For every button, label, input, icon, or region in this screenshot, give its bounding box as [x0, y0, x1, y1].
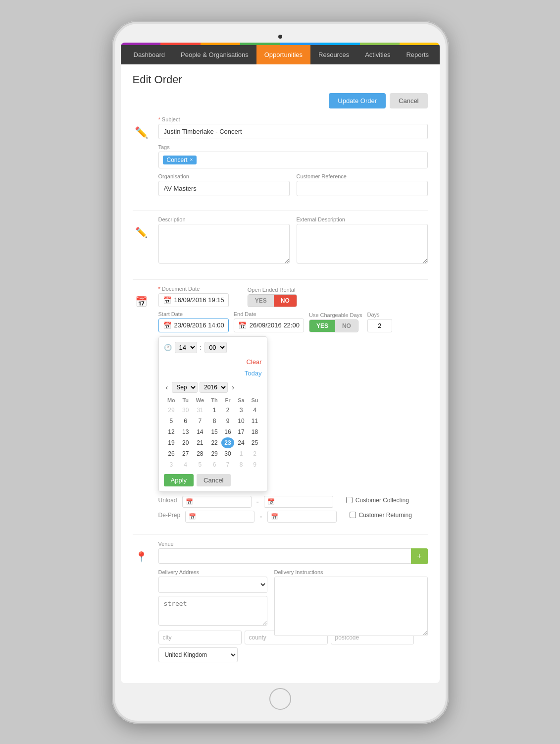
cal-min-select[interactable]: 00: [204, 342, 227, 353]
cal-day[interactable]: 30: [221, 448, 235, 459]
cal-day[interactable]: 27: [179, 448, 192, 459]
cal-day[interactable]: 7: [221, 459, 235, 470]
open-ended-yes[interactable]: YES: [248, 295, 274, 307]
cal-day[interactable]: 16: [221, 426, 235, 437]
unload-end-field[interactable]: 📅: [264, 496, 333, 508]
nav-opportunities[interactable]: Opportunities: [256, 45, 310, 64]
end-date-field[interactable]: 📅 26/09/2016 22:00: [234, 319, 304, 332]
cal-day[interactable]: 5: [192, 459, 207, 470]
cal-day[interactable]: 24: [234, 437, 248, 448]
cal-day[interactable]: 8: [208, 416, 221, 426]
cal-day[interactable]: 30: [179, 405, 192, 416]
chargeable-no[interactable]: NO: [335, 320, 358, 332]
nav-activities[interactable]: Activities: [357, 45, 398, 64]
cal-today-link[interactable]: Today: [245, 369, 262, 378]
customer-collecting-checkbox[interactable]: [346, 497, 353, 503]
cal-year-select[interactable]: 2016: [200, 382, 228, 393]
cal-day[interactable]: 17: [234, 426, 248, 437]
customer-ref-col: Customer Reference: [297, 173, 428, 196]
cal-day[interactable]: 2: [248, 448, 261, 459]
nav-dashboard[interactable]: Dashboard: [126, 45, 173, 64]
delivery-street-textarea[interactable]: [158, 596, 267, 626]
cal-day[interactable]: 1: [208, 405, 221, 416]
chargeable-yes[interactable]: YES: [309, 320, 335, 332]
cal-clear-link[interactable]: Clear: [246, 357, 261, 367]
customer-ref-input[interactable]: [297, 181, 428, 196]
cal-header-fr: Fr: [221, 396, 235, 405]
cal-day[interactable]: 1: [234, 448, 248, 459]
venue-content: Venue + Delivery Address: [158, 541, 428, 662]
calendar-section-icon: 📅: [133, 286, 151, 526]
cal-day[interactable]: 4: [248, 405, 261, 416]
cal-hour-select[interactable]: 14: [175, 342, 197, 353]
nav-resources[interactable]: Resources: [310, 45, 357, 64]
cal-day[interactable]: 2: [221, 405, 235, 416]
cal-day[interactable]: 5: [164, 416, 179, 426]
description-textarea[interactable]: [158, 224, 290, 264]
cal-cancel-button[interactable]: Cancel: [197, 474, 230, 486]
tag-remove[interactable]: ×: [190, 157, 193, 162]
cal-day[interactable]: 11: [248, 416, 261, 426]
nav-people[interactable]: People & Organisations: [173, 45, 256, 64]
cal-month-select[interactable]: Sep: [172, 382, 198, 393]
cal-day-selected[interactable]: 23: [221, 437, 235, 448]
nav-reports[interactable]: Reports: [398, 45, 437, 64]
subject-input[interactable]: [158, 124, 428, 139]
cal-day[interactable]: 3: [234, 405, 248, 416]
customer-returning-checkbox[interactable]: [350, 512, 356, 518]
cal-day[interactable]: 26: [164, 448, 179, 459]
cal-next-btn[interactable]: ›: [230, 382, 236, 392]
cal-apply-button[interactable]: Apply: [164, 474, 194, 486]
cal-day[interactable]: 22: [208, 437, 221, 448]
cal-day[interactable]: 13: [179, 426, 192, 437]
cancel-button[interactable]: Cancel: [390, 93, 427, 108]
open-ended-no[interactable]: NO: [274, 295, 297, 307]
cal-day[interactable]: 10: [234, 416, 248, 426]
cal-day[interactable]: 9: [221, 416, 235, 426]
cal-day[interactable]: 18: [248, 426, 261, 437]
cal-day[interactable]: 15: [208, 426, 221, 437]
tablet-home-button[interactable]: [269, 688, 291, 710]
unload-date-field[interactable]: 📅: [182, 496, 252, 508]
end-date-cal-icon: 📅: [238, 321, 247, 329]
city-input[interactable]: [158, 631, 242, 644]
doc-date-cal-icon: 📅: [163, 296, 171, 304]
cal-day[interactable]: 6: [208, 459, 221, 470]
cal-day[interactable]: 20: [179, 437, 192, 448]
cal-day[interactable]: 7: [192, 416, 207, 426]
doc-date-field[interactable]: 📅 16/09/2016 19:15: [158, 293, 229, 307]
external-desc-textarea[interactable]: [297, 224, 428, 264]
venue-label: Venue: [158, 541, 428, 547]
cal-day[interactable]: 28: [192, 448, 207, 459]
cal-day[interactable]: 14: [192, 426, 207, 437]
tags-container[interactable]: Concert ×: [158, 152, 428, 168]
deprep-date-field[interactable]: 📅: [185, 511, 255, 523]
cal-day[interactable]: 4: [179, 459, 192, 470]
cal-day[interactable]: 29: [208, 448, 221, 459]
cal-day[interactable]: 8: [234, 459, 248, 470]
delivery-instructions-textarea[interactable]: [274, 577, 428, 636]
cal-prev-btn[interactable]: ‹: [164, 382, 170, 392]
cal-day[interactable]: 29: [164, 405, 179, 416]
location-icon: 📍: [133, 541, 151, 662]
venue-add-button[interactable]: +: [411, 548, 427, 564]
cal-apply-row: Apply Cancel: [164, 474, 262, 486]
delivery-select[interactable]: [158, 577, 267, 593]
days-input[interactable]: [367, 319, 392, 332]
start-date-field[interactable]: 📅 23/09/2016 14:00: [158, 319, 229, 332]
deprep-end-field[interactable]: 📅: [267, 511, 337, 523]
venue-input[interactable]: [158, 548, 411, 564]
customer-collecting-label: Customer Collecting: [356, 497, 409, 504]
country-select[interactable]: United Kingdom: [158, 647, 238, 662]
cal-day[interactable]: 6: [179, 416, 192, 426]
cal-day[interactable]: 12: [164, 426, 179, 437]
cal-day[interactable]: 9: [248, 459, 261, 470]
organisation-input[interactable]: [158, 181, 290, 196]
cal-day[interactable]: 3: [164, 459, 179, 470]
cal-day[interactable]: 31: [192, 405, 207, 416]
cal-day[interactable]: 19: [164, 437, 179, 448]
cal-day[interactable]: 25: [248, 437, 261, 448]
cal-day[interactable]: 21: [192, 437, 207, 448]
update-order-button[interactable]: Update Order: [329, 93, 386, 108]
unload-end-cal-icon: 📅: [267, 498, 275, 505]
